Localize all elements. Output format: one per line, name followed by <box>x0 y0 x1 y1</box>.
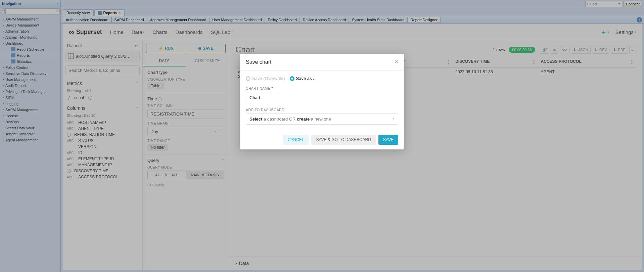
chart-name-label: CHART NAME * <box>246 86 398 90</box>
radio-off-icon <box>246 76 250 81</box>
save-confirm-button[interactable]: SAVE <box>378 135 398 145</box>
chart-name-input[interactable] <box>246 92 398 103</box>
radio-save-as-label: Save as ... <box>296 76 317 81</box>
save-mode-radios: Save (Overwrite) Save as ... <box>246 76 398 81</box>
save-goto-dashboard-button[interactable]: SAVE & GO TO DASHBOARD <box>311 135 375 145</box>
radio-overwrite-label: Save (Overwrite) <box>252 76 285 81</box>
radio-save-as[interactable]: Save as ... <box>290 76 317 81</box>
radio-on-icon <box>290 76 294 81</box>
add-to-dashboard-select[interactable]: Select a dashboard OR create a new one ⌄ <box>246 114 398 125</box>
close-icon[interactable]: × <box>395 58 398 65</box>
modal-overlay: Save chart × Save (Overwrite) Save as ..… <box>0 0 644 272</box>
add-to-dashboard-label: ADD TO DASHBOARD <box>246 108 398 112</box>
modal-footer: CANCEL SAVE & GO TO DASHBOARD SAVE <box>240 130 404 149</box>
modal-title: Save chart <box>246 59 271 65</box>
dashboard-select-placeholder: Select a dashboard OR create a new one <box>249 117 331 122</box>
cancel-button[interactable]: CANCEL <box>283 135 309 145</box>
chevron-down-icon: ⌄ <box>392 117 395 122</box>
radio-overwrite[interactable]: Save (Overwrite) <box>246 76 285 81</box>
save-chart-modal: Save chart × Save (Overwrite) Save as ..… <box>240 54 404 149</box>
modal-header: Save chart × <box>240 54 404 71</box>
modal-body: Save (Overwrite) Save as ... CHART NAME … <box>240 71 404 130</box>
